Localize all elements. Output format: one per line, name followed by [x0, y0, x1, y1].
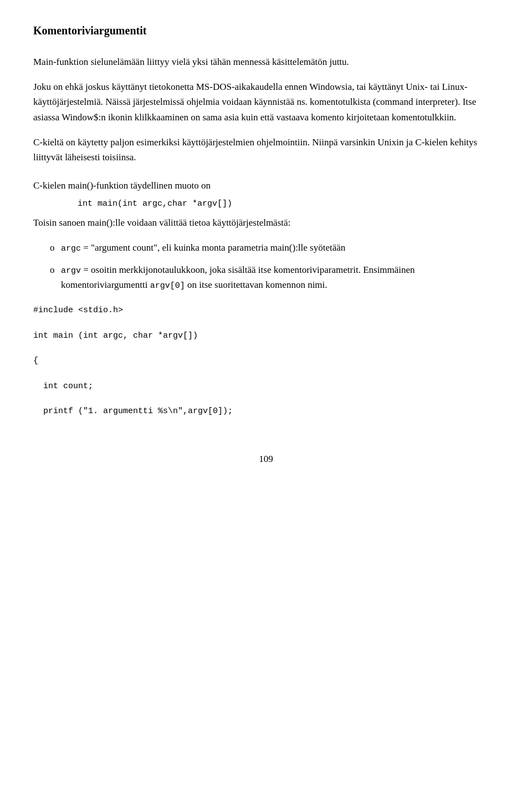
argv0-sentence-post: on itse suoritettavan komennon nimi. — [185, 280, 328, 290]
paragraph-1-text: Main-funktion sielunelämään liittyy viel… — [33, 57, 349, 67]
paragraph-3: C-kieltä on käytetty paljon esimerkiksi … — [33, 135, 499, 165]
main-signature-code: int main(int argc,char *argv[]) — [78, 197, 499, 211]
open-brace-line: { — [33, 354, 499, 368]
paragraph-4-intro-text: C-kielen main()-funktion täydellinen muo… — [33, 180, 211, 191]
printf-line: printf ("1. argumentti %s\n",argv[0]); — [33, 404, 499, 419]
argument-list: argc = "argument count", eli kuinka mont… — [50, 241, 499, 293]
paragraph-1: Main-funktion sielunelämään liittyy viel… — [33, 54, 499, 69]
paragraph-4-intro: C-kielen main()-funktion täydellinen muo… — [33, 178, 499, 230]
main-function-line: int main (int argc, char *argv[]) — [33, 329, 499, 343]
code-section-block: #include <stdio.h> int main (int argc, c… — [33, 303, 499, 419]
bullet-argv: argv = osoitin merkkijonotaulukkoon, jok… — [50, 263, 499, 292]
bullet-argc: argc = "argument count", eli kuinka mont… — [50, 241, 499, 256]
argv-eq: = — [81, 265, 91, 275]
paragraph-3-text: C-kieltä on käytetty paljon esimerkiksi … — [33, 137, 477, 162]
int-count-line: int count; — [33, 379, 499, 394]
argc-eq: = — [81, 242, 91, 253]
paragraph-2-text: Joku on ehkä joskus käyttänyt tietokonet… — [33, 82, 476, 122]
page-number: 109 — [33, 452, 499, 466]
page-title: Komentoriviargumentit — [33, 22, 499, 39]
argc-text: "argument count", eli kuinka monta param… — [91, 242, 345, 253]
argv-text: osoitin merkkijonotaulukkoon, joka sisäl… — [91, 265, 361, 275]
paragraph-2: Joku on ehkä joskus käyttänyt tietokonet… — [33, 79, 499, 125]
include-line: #include <stdio.h> — [33, 303, 499, 318]
argc-label: argc — [61, 244, 81, 253]
argv-label: argv — [61, 266, 81, 276]
paragraph-4-cont-text: Toisin sanoen main():lle voidaan välittä… — [33, 217, 290, 228]
argv0-code: argv[0] — [150, 281, 185, 291]
